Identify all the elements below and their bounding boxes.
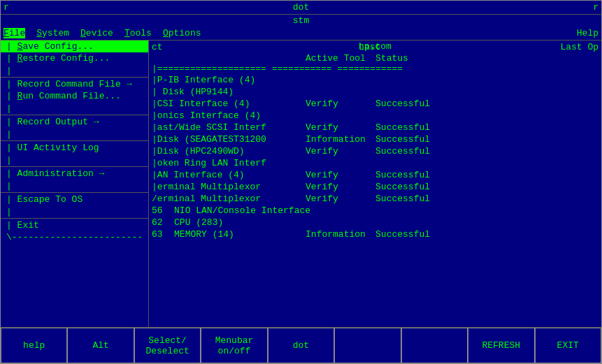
menu-restore-config[interactable]: | Restore Config... (1, 52, 148, 64)
table-row: |Disk (SEAGATEST31200 Information Succes… (152, 133, 599, 145)
main-area: | Save Config... | Restore Config... | |… (1, 41, 601, 327)
menu-save-config[interactable]: | Save Config... (1, 41, 148, 52)
row-active (306, 110, 375, 121)
table-row: 63 MEMORY (14) Information Successful (152, 228, 599, 240)
menu-administration[interactable]: | Administration → (1, 168, 148, 180)
sep6: | (1, 206, 148, 219)
menu-escape-os[interactable]: | Escape To OS (1, 194, 148, 205)
menu-run-command[interactable]: | Run Command File... (1, 90, 148, 102)
table-separator: |==================== =========== ======… (152, 64, 599, 74)
sep2: | (1, 103, 148, 115)
row-active: Verify (306, 170, 375, 180)
hp-com: hp.com (359, 41, 392, 52)
row-product: |CSI Interface (4) (152, 99, 306, 109)
menu-system[interactable]: System (36, 28, 69, 38)
row-product: |oken Ring LAN Interf (152, 158, 306, 168)
row-status: Successful (375, 194, 445, 204)
col-headers-row: Active Tool Status (152, 53, 599, 64)
row-product: NIO LAN/Console Interface (174, 205, 310, 216)
sep5: | (1, 180, 148, 193)
row-status: Successful (375, 170, 445, 180)
btn-exit[interactable]: EXIT (535, 328, 601, 363)
row-status (375, 217, 445, 228)
row-status: Successful (375, 229, 445, 240)
table-row: 56 NIO LAN/Console Interface (152, 205, 599, 217)
row-num: 62 (152, 217, 174, 228)
btn-help[interactable]: help (1, 328, 67, 363)
row-active (310, 205, 380, 216)
row-active: Verify (306, 122, 375, 133)
row-product: |erminal Multiplexor (152, 182, 306, 192)
menu-bar: File System Device Tools Options Help (1, 27, 601, 41)
btn-f7[interactable] (401, 328, 468, 363)
row-product: |Disk (SEAGATEST31200 (152, 134, 306, 145)
col-active-tool-header: Active Tool (306, 53, 375, 64)
menu-record-output[interactable]: | Record Output → (1, 116, 148, 128)
table-row: |CSI Interface (4) Verify Successful (152, 98, 599, 110)
menu-record-command[interactable]: | Record Command File → (1, 78, 148, 90)
row-status: Successful (375, 99, 445, 109)
content-area: ct Last Last Op hp.com Active Tool Statu… (149, 41, 601, 327)
row-active: Information (306, 134, 375, 145)
table-rows: |P-IB Interface (4) | Disk (HP9144) |CSI… (152, 74, 599, 240)
menu-exit[interactable]: | Exit (1, 219, 148, 231)
sep4: | (1, 154, 148, 167)
row-active (306, 158, 375, 168)
btn-menubar-onoff[interactable]: Menubaron/off (201, 328, 267, 363)
btn-refresh[interactable]: REFRESH (468, 328, 534, 363)
window-subtitle: stm (1, 15, 601, 27)
row-num: 63 (152, 229, 174, 240)
btn-alt[interactable]: Alt (67, 328, 134, 363)
menu-help[interactable]: Help (577, 28, 599, 38)
row-status (375, 75, 445, 85)
file-dropdown: | Save Config... | Restore Config... | |… (1, 41, 149, 327)
row-status (380, 205, 450, 216)
menu-tools[interactable]: Tools (124, 28, 152, 38)
menu-ui-activity[interactable]: | UI Activity Log (1, 142, 148, 154)
row-product: |ast/Wide SCSI Interf (152, 122, 306, 133)
btn-dot[interactable]: dot (268, 328, 334, 363)
menu-options[interactable]: Options (163, 28, 201, 38)
row-status: Successful (375, 146, 445, 156)
row-num: 56 (152, 205, 174, 216)
sep3: | (1, 129, 148, 141)
table-row: |onics Interface (4) (152, 110, 599, 122)
row-product: |onics Interface (4) (152, 110, 306, 121)
btn-select-deselect[interactable]: Select/Deselect (134, 328, 201, 363)
row-active (306, 217, 375, 228)
col-last-op-label: Last Op (529, 42, 599, 52)
corner-right-btn[interactable]: r (593, 2, 599, 13)
menu-device[interactable]: Device (80, 28, 113, 38)
corner-left-btn[interactable]: r (3, 2, 9, 13)
row-status (375, 158, 445, 168)
row-product: MEMORY (14) (174, 229, 306, 240)
table-row: /erminal Multiplexor Verify Successful (152, 193, 599, 205)
row-product: /erminal Multiplexor (152, 194, 306, 204)
row-active: Verify (306, 99, 375, 109)
row-product: | Disk (HP9144) (152, 87, 306, 97)
content-label: ct (152, 42, 163, 52)
col-product-header (152, 53, 306, 64)
sep1: | (1, 65, 148, 78)
table-row: | Disk (HP9144) (152, 86, 599, 98)
table-row: |ast/Wide SCSI Interf Verify Successful (152, 122, 599, 133)
btn-f6[interactable] (334, 328, 401, 363)
row-status (375, 110, 445, 121)
row-active (306, 75, 375, 85)
row-active (306, 87, 375, 97)
main-window: r dot r stm File System Device Tools Opt… (0, 0, 602, 364)
col-status-header: Status (375, 53, 445, 64)
table-row: |AN Interface (4) Verify Successful (152, 169, 599, 181)
table-row: |erminal Multiplexor Verify Successful (152, 181, 599, 193)
window-title: dot (293, 2, 309, 13)
row-status (375, 87, 445, 97)
menu-file[interactable]: File (3, 28, 25, 38)
bottom-bar: help Alt Select/Deselect Menubaron/off d… (1, 327, 601, 363)
row-active: Verify (306, 182, 375, 192)
row-product: |P-IB Interface (4) (152, 75, 306, 85)
title-bar: r dot r (1, 1, 601, 15)
row-status: Successful (375, 134, 445, 145)
table-row: |oken Ring LAN Interf (152, 157, 599, 169)
row-status: Successful (375, 182, 445, 192)
row-product: |AN Interface (4) (152, 170, 306, 180)
